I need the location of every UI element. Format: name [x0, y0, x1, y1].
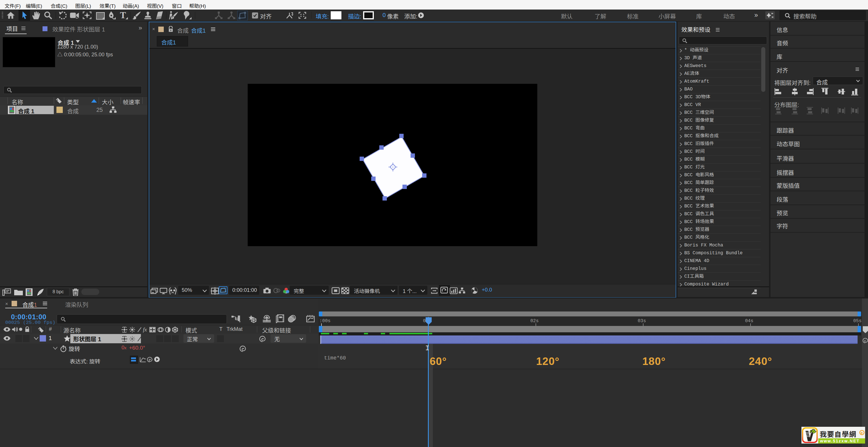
svg-text:e: e [861, 431, 863, 435]
svg-text:www.51zxw.NET: www.51zxw.NET [820, 439, 860, 443]
